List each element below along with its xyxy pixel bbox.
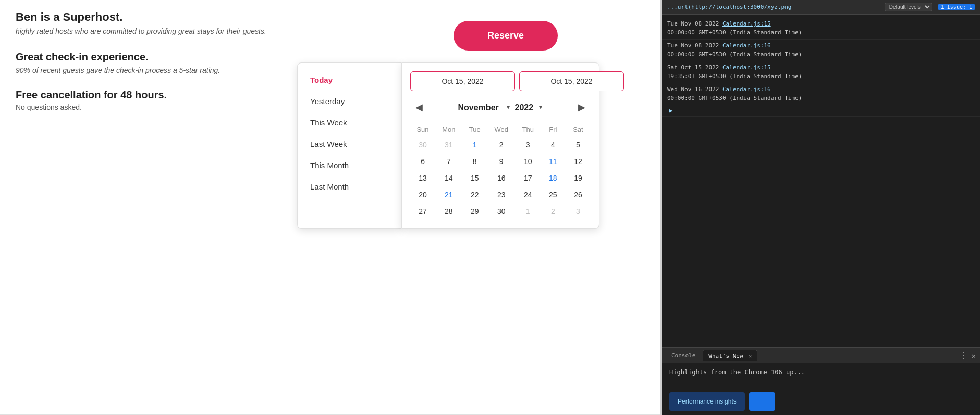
perf-insights-area: Performance insights [662,388,980,415]
log-text-1: Tue Nov 08 2022 Calendar.js:15 00:00:00 … [667,20,975,37]
expand-arrow[interactable]: ▶ [669,107,673,114]
issue-badge[interactable]: 1 Issue: 1 [938,4,975,10]
calendar-day[interactable]: 14 [435,170,462,186]
log-level-select[interactable]: Default levels Verbose Info Warnings Err… [885,3,932,11]
calendar-day[interactable]: 2 [541,203,566,220]
tab-console[interactable]: Console [666,350,701,361]
next-month-button[interactable]: ▶ [573,99,591,115]
log-link-1[interactable]: Calendar.js:15 [722,20,771,27]
calendar-day[interactable]: 19 [566,170,591,186]
calendar-day[interactable]: 1 [516,203,541,220]
quick-select-last-week[interactable]: Last Week [298,133,401,155]
log-text-2: Tue Nov 08 2022 Calendar.js:16 00:00:00 … [667,42,975,59]
year-select[interactable]: 2020202120222023 [515,103,543,112]
log-entry-1: Tue Nov 08 2022 Calendar.js:15 00:00:00 … [662,18,980,40]
tab-options: ⋮ ✕ [959,350,976,360]
datepicker-container: Today Yesterday This Week Last Week This… [297,62,599,229]
prev-month-button[interactable]: ◀ [410,99,428,115]
calendar-day[interactable]: 1 [462,136,487,153]
log-link-2[interactable]: Calendar.js:16 [722,42,771,49]
devtools-topbar: ...url(http://localhost:3000/xyz.png Def… [662,0,980,15]
whatsnew-highlight-text: Highlights from the Chrome 106 up... [669,369,973,376]
calendar-day[interactable]: 24 [516,186,541,203]
tab-whatsnew-close[interactable]: ✕ [749,353,752,359]
calendar-day[interactable]: 6 [410,153,435,170]
calendar-day[interactable]: 18 [541,170,566,186]
calendar-day[interactable]: 10 [516,153,541,170]
date-inputs [410,71,591,91]
calendar-day[interactable]: 22 [462,186,487,203]
log-entry-2: Tue Nov 08 2022 Calendar.js:16 00:00:00 … [662,40,980,61]
calendar-day[interactable]: 7 [435,153,462,170]
calendar-day[interactable]: 20 [410,186,435,203]
checkin-title: Great check-in experience. [16,51,646,63]
log-link-3[interactable]: Calendar.js:15 [722,64,771,71]
calendar-day[interactable]: 2 [487,136,516,153]
reserve-button[interactable]: Reserve [454,21,558,51]
devtools-levels: Default levels Verbose Info Warnings Err… [885,3,932,11]
quick-select-this-month[interactable]: This Month [298,155,401,176]
panel-divider[interactable] [660,0,662,415]
calendar-day[interactable]: 25 [541,186,566,203]
calendar-day[interactable]: 29 [462,203,487,220]
day-header-mon: Mon [435,122,462,136]
month-year-selector: JanuaryFebruaryMarch AprilMayJune JulyAu… [458,103,543,112]
quick-select-panel: Today Yesterday This Week Last Week This… [297,62,401,229]
calendar-day[interactable]: 30 [410,136,435,153]
calendar-day[interactable]: 28 [435,203,462,220]
day-header-tue: Tue [462,122,487,136]
quick-select-this-week[interactable]: This Week [298,112,401,133]
month-select-wrapper: JanuaryFebruaryMarch AprilMayJune JulyAu… [458,103,511,112]
log-text-3: Sat Oct 15 2022 Calendar.js:15 19:35:03 … [667,64,975,81]
perf-blue-box [749,392,775,411]
perf-insights-button[interactable]: Performance insights [669,392,745,411]
day-header-sat: Sat [566,122,591,136]
calendar-panel: ◀ JanuaryFebruaryMarch AprilMayJune July… [401,62,599,229]
log-link-4[interactable]: Calendar.js:16 [722,86,771,93]
year-select-wrapper: 2020202120222023 [515,103,543,112]
calendar-day[interactable]: 12 [566,153,591,170]
calendar-day[interactable]: 17 [516,170,541,186]
calendar-day[interactable]: 11 [541,153,566,170]
calendar-day[interactable]: 13 [410,170,435,186]
calendar-day[interactable]: 8 [462,153,487,170]
calendar-day[interactable]: 3 [516,136,541,153]
start-date-input[interactable] [410,71,515,91]
quick-select-today[interactable]: Today [298,69,401,91]
log-text-4: Wed Nov 16 2022 Calendar.js:16 00:00:00 … [667,85,975,103]
log-entry-3: Sat Oct 15 2022 Calendar.js:15 19:35:03 … [662,61,980,83]
quick-select-yesterday[interactable]: Yesterday [298,91,401,112]
calendar-day[interactable]: 3 [566,203,591,220]
devtools-panel-close[interactable]: ✕ [972,351,976,360]
tab-options-dots[interactable]: ⋮ [959,350,967,360]
host-title: Ben is a Superhost. [16,10,646,24]
log-area[interactable]: Tue Nov 08 2022 Calendar.js:15 00:00:00 … [662,15,980,347]
month-select[interactable]: JanuaryFebruaryMarch AprilMayJune JulyAu… [458,103,511,112]
tab-whatsnew[interactable]: What's New ✕ [703,350,757,361]
devtools-bottom-tabs: Console What's New ✕ ⋮ ✕ [662,348,980,363]
devtools-panel: ...url(http://localhost:3000/xyz.png Def… [662,0,980,415]
calendar-grid: Sun Mon Tue Wed Thu Fri Sat 303112345678… [410,122,591,220]
day-header-wed: Wed [487,122,516,136]
calendar-day[interactable]: 16 [487,170,516,186]
calendar-day[interactable]: 15 [462,170,487,186]
quick-select-last-month[interactable]: Last Month [298,176,401,197]
calendar-day[interactable]: 31 [435,136,462,153]
calendar-day[interactable]: 4 [541,136,566,153]
calendar-day[interactable]: 21 [435,186,462,203]
log-entry-4: Wed Nov 16 2022 Calendar.js:16 00:00:00 … [662,83,980,105]
calendar-day[interactable]: 27 [410,203,435,220]
log-entry-expand: ▶ [662,105,980,117]
calendar-day[interactable]: 9 [487,153,516,170]
calendar-day[interactable]: 23 [487,186,516,203]
calendar-header: ◀ JanuaryFebruaryMarch AprilMayJune July… [410,99,591,115]
devtools-url: ...url(http://localhost:3000/xyz.png [667,4,878,10]
calendar-day[interactable]: 26 [566,186,591,203]
day-header-sun: Sun [410,122,435,136]
end-date-input[interactable] [519,71,624,91]
devtools-bottom: Console What's New ✕ ⋮ ✕ Highlights from… [662,347,980,415]
day-header-thu: Thu [516,122,541,136]
calendar-day[interactable]: 30 [487,203,516,220]
whatsnew-content: Highlights from the Chrome 106 up... [662,363,980,388]
calendar-day[interactable]: 5 [566,136,591,153]
